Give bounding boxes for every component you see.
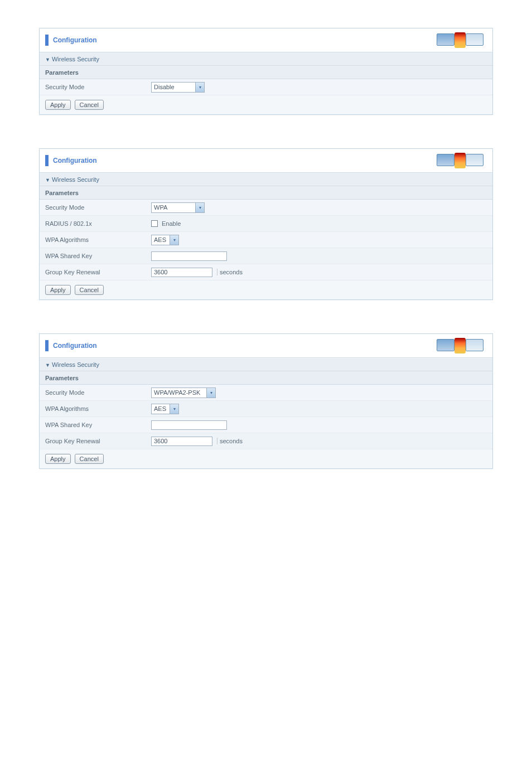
- section-wireless-security[interactable]: ▼Wireless Security: [40, 173, 492, 186]
- wpa-shared-key-input[interactable]: [151, 251, 227, 261]
- wpa-algorithms-value: AES: [152, 405, 170, 412]
- cancel-button[interactable]: Cancel: [75, 285, 104, 295]
- panel-header: Configuration: [40, 149, 492, 173]
- security-mode-label: Security Mode: [45, 389, 151, 396]
- panel-wireless-security-wpa2psk: Configuration ▼Wireless Security Paramet…: [39, 333, 493, 469]
- apply-button[interactable]: Apply: [45, 454, 71, 464]
- button-row: Apply Cancel: [40, 280, 492, 299]
- parameters-header: Parameters: [40, 371, 492, 385]
- parameters-header: Parameters: [40, 66, 492, 79]
- row-security-mode: Security Mode WPA/WPA2-PSK ▾: [40, 385, 492, 401]
- row-wpa-shared-key: WPA Shared Key: [40, 417, 492, 433]
- row-group-key-renewal: Group Key Renewal seconds: [40, 433, 492, 449]
- wpa-algorithms-label: WPA Algorithms: [45, 236, 151, 243]
- panel-header: Configuration: [40, 28, 492, 52]
- seconds-label: seconds: [217, 269, 243, 275]
- row-security-mode: Security Mode Disable ▾: [40, 79, 492, 95]
- apply-button[interactable]: Apply: [45, 285, 71, 295]
- parameters-header: Parameters: [40, 186, 492, 200]
- group-key-renewal-input[interactable]: [151, 268, 212, 277]
- row-wpa-algorithms: WPA Algorithms AES ▾: [40, 401, 492, 417]
- cancel-button[interactable]: Cancel: [75, 100, 104, 110]
- panel-title: Configuration: [53, 157, 97, 164]
- header-logo: [433, 338, 487, 353]
- group-key-renewal-label: Group Key Renewal: [45, 269, 151, 275]
- security-mode-select[interactable]: Disable ▾: [151, 82, 205, 93]
- wpa-algorithms-select[interactable]: AES ▾: [151, 235, 179, 245]
- security-mode-value: Disable: [152, 84, 195, 90]
- header-logo: [433, 32, 487, 48]
- section-title: Wireless Security: [52, 56, 99, 62]
- button-row: Apply Cancel: [40, 449, 492, 468]
- security-mode-select[interactable]: WPA/WPA2-PSK ▾: [151, 388, 216, 398]
- panel-wireless-security-wpa: Configuration ▼Wireless Security Paramet…: [39, 148, 493, 300]
- row-wpa-shared-key: WPA Shared Key: [40, 248, 492, 264]
- chevron-down-icon: ▾: [170, 404, 178, 414]
- button-row: Apply Cancel: [40, 95, 492, 114]
- seconds-label: seconds: [217, 438, 243, 444]
- cancel-button[interactable]: Cancel: [75, 454, 104, 464]
- security-mode-select[interactable]: WPA ▾: [151, 202, 205, 213]
- row-group-key-renewal: Group Key Renewal seconds: [40, 264, 492, 280]
- wpa-shared-key-label: WPA Shared Key: [45, 253, 151, 259]
- accent-bar: [45, 340, 49, 351]
- radius-label: RADIUS / 802.1x: [45, 220, 151, 227]
- panel-title: Configuration: [53, 342, 97, 350]
- chart-icon: [452, 32, 468, 48]
- section-wireless-security[interactable]: ▼Wireless Security: [40, 52, 492, 66]
- wpa-algorithms-value: AES: [152, 236, 170, 243]
- chevron-down-icon: ▾: [195, 203, 204, 212]
- wpa-shared-key-input[interactable]: [151, 420, 227, 430]
- radius-enable-checkbox[interactable]: [151, 220, 158, 227]
- row-radius: RADIUS / 802.1x Enable: [40, 216, 492, 232]
- radius-enable-label: Enable: [162, 220, 181, 227]
- chart-icon: [452, 338, 468, 353]
- header-logo: [433, 153, 487, 168]
- wpa-shared-key-label: WPA Shared Key: [45, 422, 151, 428]
- row-wpa-algorithms: WPA Algorithms AES ▾: [40, 232, 492, 248]
- accent-bar: [45, 35, 49, 46]
- wpa-algorithms-select[interactable]: AES ▾: [151, 404, 179, 414]
- wpa-algorithms-label: WPA Algorithms: [45, 405, 151, 412]
- chevron-down-icon: ▾: [195, 83, 204, 92]
- panel-header: Configuration: [40, 334, 492, 358]
- section-wireless-security[interactable]: ▼Wireless Security: [40, 358, 492, 371]
- row-security-mode: Security Mode WPA ▾: [40, 200, 492, 216]
- chevron-down-icon: ▾: [170, 235, 178, 245]
- chevron-down-icon: ▾: [206, 388, 215, 398]
- apply-button[interactable]: Apply: [45, 100, 71, 110]
- chevron-down-icon: ▼: [45, 362, 50, 368]
- chart-icon: [452, 153, 468, 168]
- chevron-down-icon: ▼: [45, 57, 50, 62]
- section-title: Wireless Security: [52, 361, 99, 368]
- security-mode-value: WPA: [152, 204, 195, 211]
- security-mode-label: Security Mode: [45, 204, 151, 211]
- section-title: Wireless Security: [52, 176, 99, 183]
- security-mode-value: WPA/WPA2-PSK: [152, 389, 206, 396]
- group-key-renewal-label: Group Key Renewal: [45, 438, 151, 444]
- group-key-renewal-input[interactable]: [151, 437, 212, 446]
- panel-wireless-security-disable: Configuration ▼Wireless Security Paramet…: [39, 28, 493, 115]
- panel-title: Configuration: [53, 36, 97, 44]
- security-mode-label: Security Mode: [45, 84, 151, 90]
- accent-bar: [45, 155, 49, 166]
- chevron-down-icon: ▼: [45, 177, 50, 183]
